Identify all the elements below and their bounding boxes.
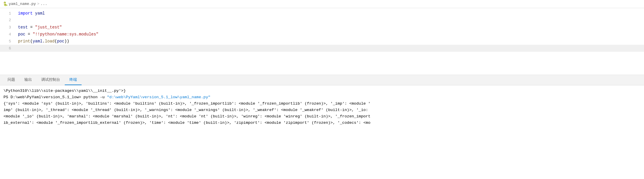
line-number-3: 3 [2,24,11,31]
code-content-4: poc = "!!python/name:sys.modules" [18,31,98,38]
terminal-line-6: ib_external': <module '_frozen_importlib… [3,120,641,126]
code-line-5: 5 print(yaml.load(poc)) [0,38,644,45]
code-content-5: print(yaml.load(poc)) [18,38,69,45]
code-line-6: 6 [0,45,644,52]
title-bar: 🐍 yaml_name.py > ... [0,0,644,8]
terminal-line-2: PS D:\web\PyYaml\version_5.1_low> python… [3,94,641,101]
line-number-5: 5 [2,38,11,45]
python-icon: 🐍 [3,2,8,6]
code-line-3: 3 test = "just_test" [0,24,644,31]
breadcrumb-more: ... [40,2,47,6]
code-line-2: 2 [0,17,644,24]
code-content-1: import yaml [18,10,45,17]
tab-debug-console[interactable]: 调试控制台 [37,75,65,85]
terminal-line-3: {'sys': <module 'sys' (built-in)>, 'buil… [3,101,641,107]
line-number-4: 4 [2,31,11,38]
code-content-6 [18,45,23,52]
terminal-area[interactable]: \Python310\\lib\\site-packages\\yaml\\__… [0,85,644,179]
code-line-4: 4 poc = "!!python/name:sys.modules" [0,31,644,38]
tab-output[interactable]: 输出 [20,75,37,85]
terminal-line-4: imp' (built-in)>, '_thread': <module '_t… [3,107,641,113]
breadcrumb-separator: > [37,2,39,6]
code-content-3: test = "just_test" [18,24,62,31]
tab-problems[interactable]: 问题 [3,75,20,85]
line-number-6: 6 [2,45,11,52]
panel-tabs: 问题 输出 调试控制台 终端 [0,75,644,85]
line-number-1: 1 [2,10,11,17]
breadcrumb-filename: yaml_name.py [9,2,36,6]
line-number-2: 2 [2,17,11,24]
terminal-line-1: \Python310\\lib\\site-packages\\yaml\\__… [3,88,641,94]
code-line-1: 1 import yaml [0,10,644,17]
code-editor: 1 import yaml 2 3 test = "just_test" 4 p… [0,8,644,75]
terminal-line-5: <module '_io' (built-in)>, 'marshal': <m… [3,113,641,120]
tab-terminal[interactable]: 终端 [65,75,82,85]
